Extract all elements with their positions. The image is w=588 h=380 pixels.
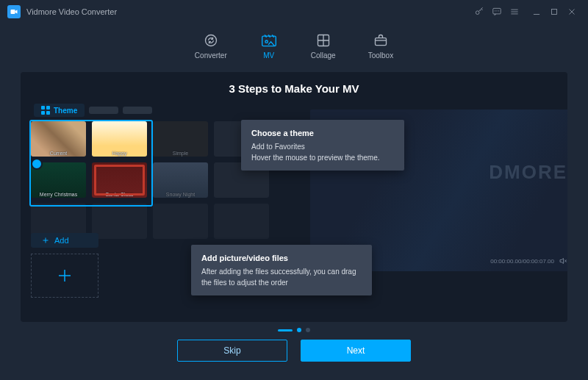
nav-label: Converter: [195, 51, 227, 60]
theme-simple[interactable]: Simple: [153, 121, 208, 157]
minimize-icon[interactable]: [528, 3, 545, 21]
theme-santa-claus[interactable]: Santa Claus: [92, 162, 147, 198]
skip-button[interactable]: Skip: [177, 340, 287, 362]
callout-choose-theme: Choose a theme Add to Favorites Hover th…: [241, 120, 404, 171]
theme-caption: Current: [50, 151, 67, 156]
add-section: Add: [31, 233, 98, 298]
main-nav: Converter MV Collage Toolbox: [0, 24, 588, 68]
theme-extra[interactable]: [92, 204, 147, 239]
nav-toolbox[interactable]: Toolbox: [368, 32, 393, 60]
mute-icon[interactable]: [559, 257, 567, 265]
converter-icon: [201, 32, 220, 49]
key-icon[interactable]: [470, 3, 488, 21]
theme-caption: Merry Christmas: [40, 192, 77, 197]
step-indicator: [0, 328, 588, 332]
callout-title: Choose a theme: [251, 127, 394, 140]
tab-theme-label: Theme: [54, 107, 77, 115]
collage-icon: [314, 32, 333, 49]
tab-theme[interactable]: Theme: [34, 104, 85, 117]
svg-rect-8: [375, 37, 386, 45]
menu-icon[interactable]: [506, 3, 523, 21]
panel-content: Theme Current Happy Simple Merry Christm…: [21, 102, 567, 308]
theme-caption: Snowy Night: [166, 192, 195, 197]
nav-label: Collage: [311, 51, 336, 60]
callout-title: Add picture/video files: [201, 252, 362, 265]
footer-buttons: Skip Next: [0, 340, 588, 362]
callout-line: Hover the mouse to preview the theme.: [251, 152, 394, 163]
app-logo: [7, 5, 21, 18]
callout-body: After adding the files successfully, you…: [201, 266, 362, 288]
callout-line: Add to Favorites: [251, 141, 394, 152]
titlebar: Vidmore Video Converter: [0, 0, 588, 24]
preview-timebar: 00:00:00.00/00:00:07.00: [490, 257, 567, 265]
nav-label: MV: [263, 51, 274, 60]
grid-icon: [41, 106, 50, 115]
step-dot: [297, 328, 301, 332]
theme-caption: Happy: [112, 151, 126, 156]
close-icon[interactable]: [563, 3, 581, 21]
feedback-icon[interactable]: [488, 3, 506, 21]
toolbox-icon: [371, 32, 390, 49]
theme-extra[interactable]: [153, 204, 208, 239]
svg-rect-0: [11, 10, 15, 14]
callout-add-files: Add picture/video files After adding the…: [191, 245, 372, 295]
theme-extra[interactable]: [214, 204, 269, 239]
dropzone[interactable]: [31, 254, 98, 298]
svg-point-1: [476, 11, 479, 15]
step-dot: [306, 328, 310, 332]
svg-point-4: [205, 35, 216, 46]
tab-placeholder[interactable]: [89, 107, 118, 114]
mv-icon: [259, 32, 279, 49]
watermark: DMORE: [489, 161, 567, 184]
button-label: Next: [347, 345, 365, 356]
svg-point-6: [265, 40, 268, 43]
app-title: Vidmore Video Converter: [26, 7, 117, 16]
preview-time: 00:00:00.00/00:00:07.00: [490, 258, 554, 265]
theme-current[interactable]: Current: [31, 121, 86, 157]
plus-icon: [41, 236, 50, 245]
add-button-label: Add: [54, 236, 69, 245]
theme-caption: Simple: [173, 151, 188, 156]
plus-icon: [56, 267, 74, 284]
next-button[interactable]: Next: [301, 340, 411, 362]
theme-snowy-night[interactable]: Snowy Night: [153, 162, 208, 198]
button-label: Skip: [223, 345, 240, 356]
nav-mv[interactable]: MV: [259, 32, 279, 60]
theme-happy[interactable]: Happy: [92, 121, 147, 157]
maximize-icon[interactable]: [545, 3, 563, 21]
panel-heading: 3 Steps to Make Your MV: [21, 72, 567, 102]
selected-badge-icon: [31, 158, 43, 170]
nav-label: Toolbox: [368, 51, 393, 60]
theme-caption: Santa Claus: [105, 192, 133, 197]
add-button[interactable]: Add: [31, 233, 98, 248]
nav-converter[interactable]: Converter: [195, 32, 227, 60]
nav-collage[interactable]: Collage: [311, 32, 336, 60]
onboarding-panel: 3 Steps to Make Your MV Theme Current Ha…: [21, 72, 567, 322]
svg-rect-3: [552, 10, 557, 15]
tab-placeholder[interactable]: [123, 107, 152, 114]
step-dot-active: [278, 329, 293, 331]
